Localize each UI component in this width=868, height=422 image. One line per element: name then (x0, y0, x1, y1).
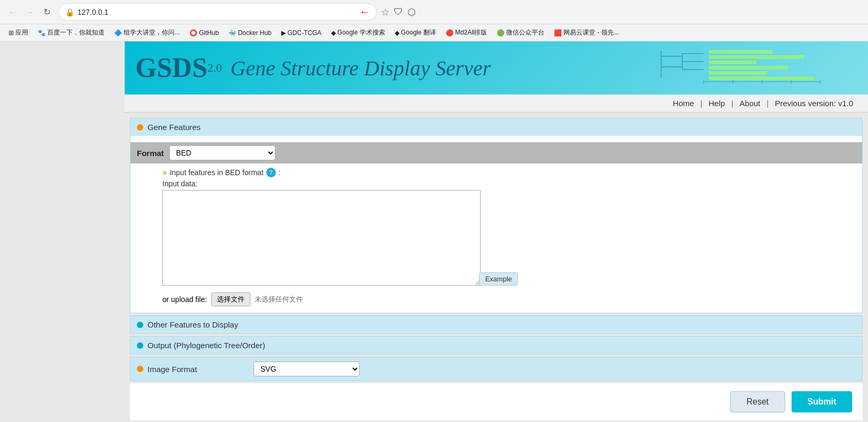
nav-about[interactable]: About (740, 99, 760, 108)
bookmark-label: GDC-TCGA (288, 29, 322, 37)
image-format-select[interactable]: SVG PNG PDF (254, 361, 360, 376)
lock-icon: 🔒 (65, 8, 74, 16)
bookmark-gdc[interactable]: ▶ GDC-TCGA (278, 28, 325, 38)
netease-icon: 🟥 (554, 29, 562, 37)
reset-button[interactable]: Reset (730, 391, 785, 412)
nav-buttons: ← → ↻ (5, 5, 54, 20)
bookmark-label: Md2All排版 (455, 28, 488, 37)
address-bar[interactable]: 🔒 ← (58, 3, 377, 21)
baidu-icon: 🐾 (38, 29, 46, 37)
data-textarea[interactable] (162, 190, 481, 286)
browser-toolbar: ← → ↻ 🔒 ← ☆ 🛡 ⬡ (0, 0, 868, 24)
other-features-title: Other Features to Display (147, 320, 238, 329)
other-features-header[interactable]: Other Features to Display (131, 316, 862, 333)
md2all-icon: 🔴 (446, 29, 454, 37)
back-button[interactable]: ← (5, 5, 20, 20)
docker-icon: 🐳 (228, 29, 236, 37)
bookmark-label: Google 翻译 (401, 28, 436, 37)
bookmark-apps[interactable]: ⊞ 应用 (5, 27, 31, 39)
bookmark-label: GitHub (199, 29, 219, 37)
output-header[interactable]: Output (Phylogenetic Tree/Order) (131, 337, 862, 354)
help-circle-icon[interactable]: ? (266, 168, 276, 177)
image-format-dot (137, 366, 143, 372)
example-button[interactable]: Example (479, 272, 518, 286)
site-nav: Home | Help | About | Previous version: … (125, 94, 868, 113)
upload-row: or upload file: 选择文件 未选择任何文件 (162, 292, 852, 306)
textarea-row: Example (162, 190, 481, 286)
gene-features-title: Gene Features (147, 123, 201, 132)
shield-icon: 🛡 (394, 6, 403, 18)
no-file-label: 未选择任何文件 (255, 295, 303, 304)
other-features-section: Other Features to Display (130, 315, 863, 334)
gene-features-content: Format BED GFF GTF » Input features in B… (131, 136, 862, 313)
extensions-icon[interactable]: ⬡ (407, 6, 416, 18)
image-format-section: Image Format SVG PNG PDF (130, 357, 863, 381)
chevron-icon: » (162, 168, 167, 177)
svg-rect-11 (709, 71, 767, 75)
image-format-label: Image Format (137, 365, 243, 374)
output-title: Output (Phylogenetic Tree/Order) (147, 341, 265, 350)
bookmark-genomics[interactable]: 🔷 组学大讲堂，你问... (111, 27, 183, 39)
bookmark-label: 微信公众平台 (506, 28, 544, 37)
nav-home[interactable]: Home (673, 99, 694, 108)
bookmark-baidu[interactable]: 🐾 百度一下，你就知道 (34, 27, 108, 39)
input-data-label: Input data: (162, 179, 852, 188)
gdc-icon: ▶ (281, 29, 286, 37)
bookmark-docker[interactable]: 🐳 Docker Hub (225, 28, 274, 38)
bookmark-wechat[interactable]: 🟢 微信公众平台 (493, 27, 548, 39)
bookmark-label: Google 学术搜索 (337, 28, 385, 37)
star-icon[interactable]: ☆ (381, 6, 389, 18)
svg-rect-9 (709, 61, 757, 64)
apps-icon: ⊞ (8, 29, 14, 37)
format-select[interactable]: BED GFF GTF (169, 145, 275, 160)
svg-rect-8 (709, 55, 804, 59)
bookmark-google-translate[interactable]: ◆ Google 翻译 (392, 27, 439, 39)
bookmark-label: Docker Hub (238, 29, 271, 37)
browser-chrome: ← → ↻ 🔒 ← ☆ 🛡 ⬡ ⊞ 应用 🐾 百度一下，你就知道 🔷 组学大讲堂… (0, 0, 868, 41)
svg-rect-7 (709, 50, 772, 54)
section-dot-orange (137, 124, 143, 131)
bookmark-label: 应用 (15, 28, 28, 37)
gene-features-header[interactable]: Gene Features (131, 118, 862, 136)
gene-features-section: Gene Features Format BED GFF GTF » Input… (130, 118, 863, 313)
input-hint-row: » Input features in BED format ? : (162, 168, 852, 177)
red-arrow: ← (359, 6, 370, 18)
bottom-buttons: Reset Submit (130, 383, 863, 420)
format-row: Format BED GFF GTF (131, 142, 862, 163)
bookmark-label: 组学大讲堂，你问... (124, 28, 180, 37)
upload-label: or upload file: (162, 295, 207, 304)
google-translate-icon: ◆ (395, 29, 400, 37)
nav-previous-version[interactable]: Previous version: v1.0 (775, 99, 853, 108)
wechat-icon: 🟢 (497, 29, 505, 37)
bookmark-google-scholar[interactable]: ◆ Google 学术搜索 (328, 27, 388, 39)
choose-file-button[interactable]: 选择文件 (211, 292, 250, 306)
image-format-title: Image Format (147, 365, 197, 374)
url-input[interactable] (77, 8, 356, 16)
reload-button[interactable]: ↻ (39, 5, 54, 20)
section-dot-teal (137, 322, 143, 328)
site-title: Gene Structure Display Server (230, 56, 491, 81)
image-format-row: Image Format SVG PNG PDF (131, 357, 862, 381)
site-logo: GSDS (135, 54, 207, 82)
format-label: Format (137, 149, 164, 158)
header-decoration (650, 46, 836, 88)
svg-rect-12 (709, 76, 815, 80)
nav-help[interactable]: Help (709, 99, 725, 108)
colon-separator: : (279, 168, 281, 177)
version-badge: 2.0 (207, 61, 222, 75)
bookmark-github[interactable]: ⭕ GitHub (186, 28, 222, 38)
svg-rect-10 (709, 66, 788, 70)
output-section-dot (137, 342, 143, 349)
bookmark-label: 网易云课堂 - 领先... (563, 28, 619, 37)
content-area: GSDS 2.0 Gene Structure Display Server (0, 41, 868, 422)
forward-button[interactable]: → (22, 5, 37, 20)
submit-button[interactable]: Submit (792, 391, 852, 412)
bookmark-netease[interactable]: 🟥 网易云课堂 - 领先... (551, 27, 622, 39)
input-hint-text: Input features in BED format (170, 168, 264, 177)
main-content: Gene Features Format BED GFF GTF » Input… (125, 113, 868, 422)
bookmark-md2all[interactable]: 🔴 Md2All排版 (442, 27, 491, 39)
genomics-icon: 🔷 (114, 29, 122, 37)
bookmarks-bar: ⊞ 应用 🐾 百度一下，你就知道 🔷 组学大讲堂，你问... ⭕ GitHub … (0, 24, 868, 41)
site-header: GSDS 2.0 Gene Structure Display Server (125, 41, 868, 94)
github-icon: ⭕ (189, 29, 197, 37)
